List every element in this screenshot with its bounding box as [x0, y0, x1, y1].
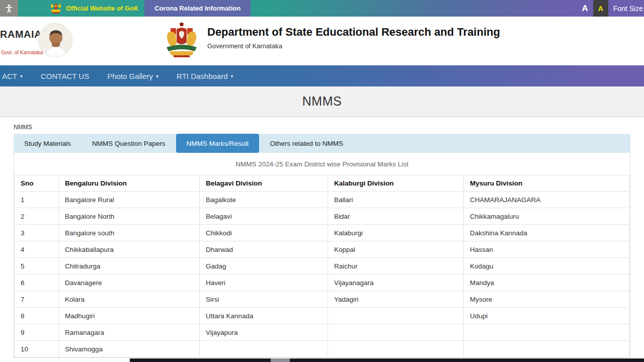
cm-caption: Govt. of Karnataka — [1, 50, 43, 55]
accessibility-button[interactable] — [0, 0, 18, 17]
column-header-belagavi-division: Belagavi Division — [200, 175, 328, 192]
font-size-controls: A A Font Size — [577, 0, 644, 17]
cell-district: Sirsi — [200, 291, 328, 308]
cell-sno: 8 — [15, 308, 59, 324]
caret-down-icon: ▾ — [20, 73, 23, 79]
column-header-sno: Sno — [15, 175, 59, 192]
cell-district: Dharwad — [200, 241, 328, 258]
cell-sno: 7 — [15, 291, 59, 308]
gok-emblem-small-icon — [49, 3, 62, 15]
cell-district — [464, 341, 630, 357]
cell-district: Chikkamagaluru — [464, 208, 630, 225]
cell-district: Dakshina Kannada — [464, 225, 630, 241]
tab-nmms-marks-result[interactable]: NMMS Marks/Result — [176, 134, 260, 153]
breadcrumb: NMMS — [14, 124, 644, 131]
nav-item-label: ACT — [2, 72, 17, 80]
cell-sno: 4 — [15, 241, 59, 258]
accessibility-icon — [4, 4, 14, 14]
cell-district: Vijayanagara — [328, 275, 464, 291]
cell-district: Haveri — [200, 275, 328, 291]
table-row: 1Bangalore RuralBagalkoteBallariCHAMARAJ… — [15, 192, 630, 208]
table-row: 2Bangalore NorthBelagaviBidarChikkamagal… — [15, 208, 630, 225]
bottom-scrollbar[interactable] — [130, 358, 644, 362]
nmms-card: Study MaterialsNMMS Question PapersNMMS … — [14, 134, 630, 358]
cell-district: Uttara Kannada — [200, 308, 328, 324]
cell-sno: 9 — [15, 324, 59, 341]
table-row: 10Shivamogga — [15, 341, 630, 357]
cell-district: Bangalore Rural — [59, 192, 200, 208]
cell-district: Chikkaballapura — [59, 241, 200, 258]
person-portrait-icon — [39, 24, 72, 57]
cell-district: Kalaburgi — [328, 225, 464, 241]
marks-table-container: NMMS 2024-25 Exam District wise Provisio… — [14, 153, 630, 358]
column-header-bengaluru-division: Bengaluru Division — [59, 175, 200, 192]
scrollbar-thumb[interactable] — [271, 358, 290, 362]
table-header-row: SnoBengaluru DivisionBelagavi DivisionKa… — [15, 175, 630, 192]
table-row: 7KolaraSirsiYadagiriMysore — [15, 291, 630, 308]
cell-district: Mysore — [464, 291, 630, 308]
page-subtitle: Government of Karnataka — [207, 42, 500, 50]
cell-sno: 2 — [15, 208, 59, 225]
column-header-mysuru-division: Mysuru Division — [464, 175, 630, 192]
cell-district — [200, 341, 328, 357]
column-header-kalaburgi-division: Kalaburgi Division — [328, 175, 464, 192]
cell-district: Udupi — [464, 308, 630, 324]
table-row: 8MadhugiriUttara KannadaUdupi — [15, 308, 630, 324]
cell-district: Kolara — [59, 291, 200, 308]
page-banner: NMMS — [0, 86, 644, 117]
cell-district: Shivamogga — [59, 341, 200, 357]
nav-item-label: CONTACT US — [41, 72, 89, 80]
cell-sno: 10 — [15, 341, 59, 357]
site-header: RAMAIAH Govt. of Karnataka Department of… — [0, 17, 644, 65]
table-row: 3Bangalore southChikkodiKalaburgiDakshin… — [15, 225, 630, 241]
cell-district: Koppal — [328, 241, 464, 258]
cell-district: Bangalore North — [59, 208, 200, 225]
font-size-label: Font Size — [613, 5, 643, 13]
cell-district: Chikkodi — [200, 225, 328, 241]
official-website-label: Official Website of GoK — [66, 5, 138, 12]
font-increase-button[interactable]: A — [577, 4, 593, 14]
nav-item-act[interactable]: ACT▾ — [0, 65, 32, 86]
page-title: Department of State Educational Research… — [207, 26, 500, 39]
karnataka-emblem-icon — [165, 22, 199, 58]
cell-district — [464, 324, 630, 341]
cell-district: Madhugiri — [59, 308, 200, 324]
cell-district — [328, 324, 464, 341]
table-caption: NMMS 2024-25 Exam District wise Provisio… — [14, 153, 630, 175]
cell-district: Chitradurga — [59, 258, 200, 275]
cell-district: Hassan — [464, 241, 630, 258]
table-row: 6DavanagereHaveriVijayanagaraMandya — [15, 275, 630, 291]
cell-sno: 1 — [15, 192, 59, 208]
table-body: 1Bangalore RuralBagalkoteBallariCHAMARAJ… — [15, 192, 630, 357]
cell-district: CHAMARAJANAGARA — [464, 192, 630, 208]
district-table: SnoBengaluru DivisionBelagavi DivisionKa… — [14, 175, 630, 357]
cell-district: Yadagiri — [328, 291, 464, 308]
table-row: 4ChikkaballapuraDharwadKoppalHassan — [15, 241, 630, 258]
cell-district: Bidar — [328, 208, 464, 225]
table-row: 5ChitradurgaGadagRaichurKodagu — [15, 258, 630, 275]
tab-others-related-to-nmms[interactable]: Others related to NMMS — [259, 134, 354, 153]
nav-item-photo-gallery[interactable]: Photo Gallery▾ — [98, 65, 168, 86]
cell-district: Gadag — [200, 258, 328, 275]
cell-district: Mandya — [464, 275, 630, 291]
cell-district: Belagavi — [200, 208, 328, 225]
main-nav: ACT▾CONTACT USPhoto Gallery▾RTI Dashboar… — [0, 65, 644, 86]
cell-district: Bagalkote — [200, 192, 328, 208]
cell-district: Vijayapura — [200, 324, 328, 341]
font-decrease-button[interactable]: A — [593, 0, 608, 17]
top-utility-bar: Official Website of GoK Corona Related I… — [0, 0, 644, 17]
cm-photo-avatar — [38, 23, 72, 57]
tab-nmms-question-papers[interactable]: NMMS Question Papers — [82, 134, 176, 153]
cell-district: Bangalore south — [59, 225, 200, 241]
table-row: 9RamanagaraVijayapura — [15, 324, 630, 341]
cell-district: Kodagu — [464, 258, 630, 275]
cell-sno: 5 — [15, 258, 59, 275]
tab-study-materials[interactable]: Study Materials — [14, 134, 82, 153]
banner-title: NMMS — [302, 94, 342, 109]
corona-info-button[interactable]: Corona Related Information — [144, 0, 251, 17]
cell-district: Davanagere — [59, 275, 200, 291]
tab-bar: Study MaterialsNMMS Question PapersNMMS … — [14, 134, 630, 153]
nav-item-contact-us[interactable]: CONTACT US — [32, 65, 98, 86]
nav-item-rti-dashboard[interactable]: RTI Dashboard▾ — [168, 65, 242, 86]
cell-sno: 3 — [15, 225, 59, 241]
